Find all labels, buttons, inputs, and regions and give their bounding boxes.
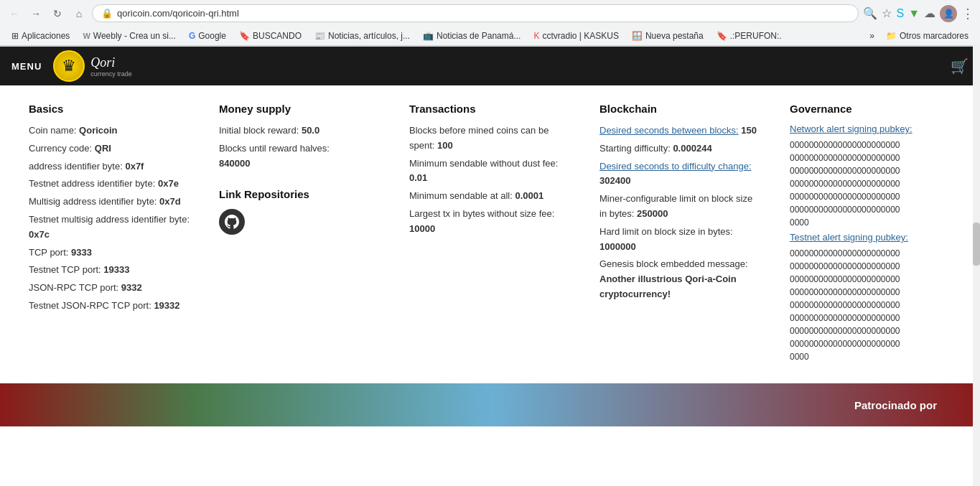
bookmark-noticias[interactable]: 📰 Noticias, artículos, j...	[309, 29, 416, 43]
address-bar[interactable]: 🔒 qoricoin.com/qoricoin-qri.html	[92, 4, 859, 22]
other-bookmarks-folder[interactable]: 📁 Otros marcadores	[880, 29, 974, 43]
starting-difficulty-item: Starting difficulty: 0.000244	[599, 141, 761, 156]
menu-dots-icon[interactable]: ⋮	[961, 6, 974, 22]
cctv-icon: K	[533, 31, 539, 41]
forward-button[interactable]: →	[27, 5, 45, 22]
json-rpc-item: JSON-RPC TCP port: 9332	[29, 281, 190, 296]
address-id-item: address identifier byte: 0x7f	[29, 159, 190, 174]
money-supply-section: Money supply Initial block reward: 50.0 …	[219, 103, 381, 366]
testnet-alert-hash: 00000000000000000000000 0000000000000000…	[790, 247, 951, 363]
main-nav: MENU ♛ Qori currency trade 🛒	[0, 47, 980, 85]
page-content: Basics Coin name: Qoricoin Currency code…	[0, 85, 980, 383]
reload-button[interactable]: ↻	[49, 5, 66, 22]
blockchain-title: Blockchain	[599, 103, 761, 115]
scrollbar-thumb[interactable]	[973, 223, 980, 266]
weebly-icon: W	[83, 32, 90, 40]
testnet-json-rpc-item: Testnet JSON-RPC TCP port: 19332	[29, 299, 190, 314]
back-button[interactable]: ←	[6, 5, 23, 22]
browser-chrome: ← → ↻ ⌂ 🔒 qoricoin.com/qoricoin-qri.html…	[0, 0, 980, 47]
desired-seconds-diff-link[interactable]: Desired seconds to difficulty change:	[599, 161, 752, 172]
transactions-section: Transactions Blocks before mined coins c…	[409, 103, 571, 366]
bookmark-noticias-panama[interactable]: 📺 Noticias de Panamá...	[417, 29, 526, 43]
news-icon: 📰	[314, 31, 325, 41]
logo-area[interactable]: ♛ Qori currency trade	[53, 50, 132, 82]
coin-name-item: Coin name: Qoricoin	[29, 123, 190, 139]
home-button[interactable]: ⌂	[70, 5, 88, 22]
bookmark-aplicaciones[interactable]: ⊞ Aplicaciones	[6, 29, 75, 43]
bookmark-star-icon[interactable]: ☆	[882, 6, 892, 20]
apps-icon: ⊞	[11, 31, 19, 41]
initial-reward-item: Initial block reward: 50.0	[219, 123, 381, 139]
more-bookmarks-button[interactable]: »	[865, 29, 879, 43]
extension-icon[interactable]: ▼	[908, 7, 920, 20]
scrollbar-track[interactable]	[973, 43, 980, 426]
testnet-address-item: Testnet address identifier byte: 0x7e	[29, 177, 190, 192]
sponsor-text: Patrocinado por	[854, 399, 937, 411]
testnet-alert-link[interactable]: Testnet alert signing pubkey:	[790, 232, 951, 243]
github-link[interactable]	[219, 209, 245, 235]
tv-icon: 📺	[423, 31, 434, 41]
avatar-icon[interactable]: 👤	[940, 5, 957, 22]
bookmark-icon-1: 🔖	[239, 31, 250, 41]
bookmark-nueva-pestana[interactable]: 🪟 Nueva pestaña	[626, 29, 709, 43]
governance-title: Governance	[790, 103, 951, 115]
testnet-tcp-item: Testnet TCP port: 19333	[29, 263, 190, 278]
transactions-title: Transactions	[409, 103, 571, 115]
network-alert-link[interactable]: Network alert signing pubkey:	[790, 123, 951, 134]
min-sendable-all-item: Minimum sendable at all: 0.0001	[409, 189, 571, 204]
blocks-before-item: Blocks before mined coins can be spent: …	[409, 123, 571, 154]
testnet-multisig-item: Testnet multisig address identifier byte…	[29, 212, 190, 243]
blockchain-section: Blockchain Desired seconds between block…	[599, 103, 761, 366]
cart-icon[interactable]: 🛒	[951, 57, 969, 75]
basics-title: Basics	[29, 103, 190, 115]
bookmarks-bar: ⊞ Aplicaciones W Weebly - Crea un si... …	[0, 27, 980, 46]
governance-section: Governance Network alert signing pubkey:…	[790, 103, 951, 366]
multisig-item: Multisig address identifier byte: 0x7d	[29, 195, 190, 210]
min-sendable-dust-item: Minimum sendable without dust fee: 0.01	[409, 156, 571, 187]
logo-text: Qori	[90, 55, 115, 70]
currency-code-item: Currency code: QRI	[29, 141, 190, 156]
menu-button[interactable]: MENU	[11, 61, 42, 72]
google-icon: G	[189, 31, 195, 41]
network-alert-hash: 00000000000000000000000 0000000000000000…	[790, 139, 951, 229]
bookmark-weebly[interactable]: W Weebly - Crea un si...	[77, 29, 182, 43]
logo-sub-text: currency trade	[90, 70, 132, 78]
url-text: qoricoin.com/qoricoin-qri.html	[117, 8, 239, 19]
desired-seconds-link[interactable]: Desired seconds between blocks:	[599, 125, 739, 136]
desired-seconds-item: Desired seconds between blocks: 150	[599, 123, 761, 139]
money-supply-title: Money supply	[219, 103, 381, 115]
crown-icon: ♛	[62, 57, 76, 75]
bookmark-google[interactable]: G Google	[183, 29, 232, 43]
bookmark-cctv[interactable]: K cctvradio | KASKUS	[528, 29, 625, 43]
folder-icon: 📁	[886, 31, 897, 41]
link-repos-title: Link Repositories	[219, 188, 381, 200]
cloud-icon[interactable]: ☁	[924, 6, 935, 20]
miner-limit-item: Miner-configurable limit on block size i…	[599, 192, 761, 222]
desired-seconds-diff-item: Desired seconds to difficulty change: 30…	[599, 159, 761, 190]
hard-limit-item: Hard limit on block size in bytes: 10000…	[599, 225, 761, 255]
largest-tx-item: Largest tx in bytes without size fee: 10…	[409, 207, 571, 237]
footer-banner: Patrocinado por	[0, 383, 980, 426]
basics-section: Basics Coin name: Qoricoin Currency code…	[29, 103, 190, 366]
skype-icon[interactable]: S	[896, 7, 904, 20]
genesis-item: Genesis block embedded message: Another …	[599, 257, 761, 302]
window-icon: 🪟	[632, 31, 643, 41]
bookmark-perufon[interactable]: 🔖 .:PERUFON:.	[711, 29, 788, 43]
bookmark-buscando[interactable]: 🔖 BUSCANDO	[233, 29, 307, 43]
logo-icon: ♛	[53, 50, 85, 82]
perufon-icon: 🔖	[717, 31, 727, 41]
blocks-until-halves-item: Blocks until reward halves: 840000	[219, 141, 381, 172]
lock-icon: 🔒	[101, 8, 113, 19]
browser-toolbar: ← → ↻ ⌂ 🔒 qoricoin.com/qoricoin-qri.html…	[0, 0, 980, 27]
tcp-port-item: TCP port: 9333	[29, 246, 190, 261]
search-icon[interactable]: 🔍	[863, 6, 877, 20]
